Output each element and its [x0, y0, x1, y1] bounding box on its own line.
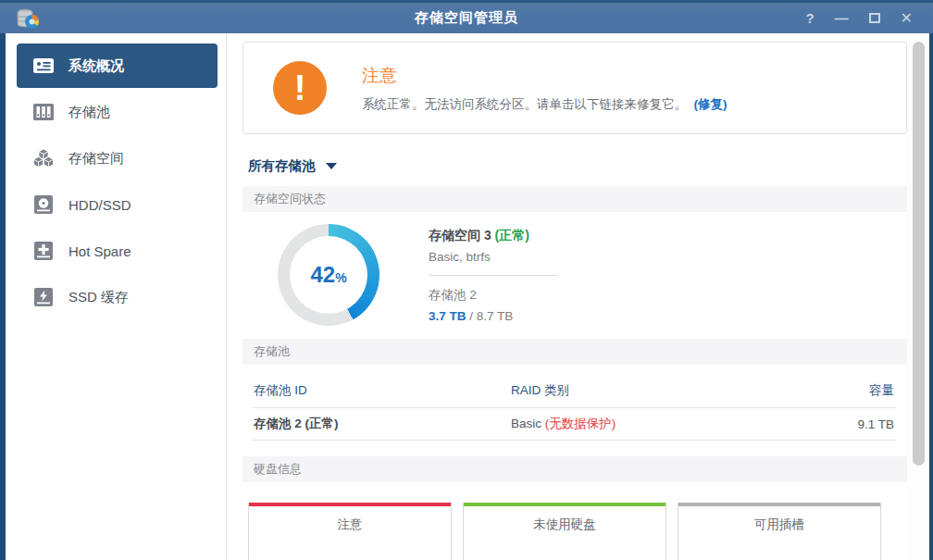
disk-card-label: 注意: [249, 506, 451, 533]
scrollbar-thumb[interactable]: [913, 42, 925, 466]
raid-type-cell: Basic (无数据保护): [511, 416, 776, 432]
donut-center: 42%: [290, 236, 367, 314]
pool-id-text: 存储池 2: [254, 417, 302, 430]
notice-message-text: 系统正常。无法访问系统分区。请单击以下链接来修复它。: [362, 97, 687, 111]
window-body: 系统概况 存储池: [0, 33, 933, 560]
storage-manager-window: 存储空间管理员 ? — ✕ 系统概况: [0, 0, 933, 560]
sidebar-item-label: 存储空间: [68, 150, 124, 168]
sidebar-item-label: 存储池: [68, 104, 110, 121]
volume-name: 存储空间 3 (正常): [429, 228, 558, 244]
repair-link[interactable]: (修复): [694, 97, 728, 111]
window-title: 存储空间管理员: [0, 9, 933, 27]
storage-volume-icon: [31, 146, 56, 170]
volume-used: 3.7 TB: [429, 309, 466, 323]
section-header-disk-info: 硬盘信息: [243, 456, 907, 482]
window-right-border: [929, 33, 933, 560]
percent-sign: %: [335, 270, 346, 285]
sidebar-item-label: 系统概况: [68, 57, 124, 75]
volume-status-badge: (正常): [495, 228, 529, 243]
main-content: ! 注意 系统正常。无法访问系统分区。请单击以下链接来修复它。 (修复) 所有存…: [227, 33, 907, 560]
volume-info-divider: [429, 275, 558, 276]
column-header-pool-id[interactable]: 存储池 ID: [252, 382, 511, 399]
pool-status-badge: (正常): [305, 417, 339, 430]
notice-message: 系统正常。无法访问系统分区。请单击以下链接来修复它。 (修复): [362, 96, 728, 113]
pool-id-cell: 存储池 2 (正常): [252, 416, 511, 432]
section-title: 硬盘信息: [254, 461, 302, 478]
pool-filter-label: 所有存储池: [248, 157, 316, 175]
section-header-storage-pool: 存储池: [243, 339, 907, 365]
maximize-button[interactable]: [869, 13, 880, 23]
help-button[interactable]: ?: [805, 11, 814, 25]
sidebar-item-ssd-cache[interactable]: SSD 缓存: [17, 275, 218, 319]
column-header-raid-type[interactable]: RAID 类别: [511, 382, 776, 399]
storage-pool-icon: [31, 100, 56, 124]
notice-title: 注意: [362, 64, 728, 88]
overview-icon: [31, 54, 56, 78]
sidebar-item-hdd-ssd[interactable]: HDD/SSD: [17, 182, 218, 227]
usage-separator: /: [466, 309, 477, 323]
sidebar-item-storage-volume[interactable]: 存储空间: [17, 136, 218, 180]
sidebar-item-hot-spare[interactable]: Hot Spare: [17, 229, 218, 273]
volume-type: Basic, btrfs: [429, 250, 558, 264]
disk-card-attention[interactable]: 注意: [248, 503, 452, 560]
table-header-row: 存储池 ID RAID 类别 容量: [252, 374, 896, 408]
minimize-button[interactable]: —: [835, 11, 849, 25]
sidebar: 系统概况 存储池: [6, 33, 227, 560]
volume-usage-percent: 42%: [310, 262, 346, 288]
volume-name-text: 存储空间 3: [429, 228, 491, 243]
hdd-ssd-icon: [31, 193, 56, 217]
warning-icon: !: [273, 61, 327, 115]
table-row[interactable]: 存储池 2 (正常) Basic (无数据保护) 9.1 TB: [252, 408, 896, 441]
hot-spare-icon: [31, 239, 56, 263]
capacity-cell: 9.1 TB: [776, 417, 896, 431]
section-title: 存储池: [254, 343, 290, 360]
section-title: 存储空间状态: [254, 191, 326, 207]
sidebar-item-overview[interactable]: 系统概况: [17, 44, 218, 88]
volume-usage-donut: 42%: [278, 224, 379, 326]
notice-card: ! 注意 系统正常。无法访问系统分区。请单击以下链接来修复它。 (修复): [243, 42, 907, 134]
disk-card-available-slots[interactable]: 可用插槽: [678, 503, 881, 560]
volume-total: 8.7 TB: [477, 309, 514, 323]
chevron-down-icon: [326, 163, 337, 169]
storage-pool-table: 存储池 ID RAID 类别 容量 存储池 2 (正常) Basic (无数据保…: [243, 365, 907, 441]
percent-value: 42: [310, 262, 335, 287]
raid-warning-badge: (无数据保护): [545, 417, 616, 430]
sidebar-item-storage-pool[interactable]: 存储池: [17, 90, 218, 134]
volume-usage-text: 3.7 TB / 8.7 TB: [429, 309, 558, 323]
disk-info-cards: 注意 未使用硬盘 可用插槽: [243, 482, 907, 560]
titlebar: 存储空间管理员 ? — ✕: [0, 0, 933, 33]
disk-card-label: 未使用硬盘: [464, 506, 666, 533]
volume-status-block: 42% 存储空间 3 (正常) Basic, btrfs 存储池 2 3.7 T…: [243, 212, 907, 339]
disk-card-unused-disks[interactable]: 未使用硬盘: [463, 503, 666, 560]
ssd-cache-icon: [31, 285, 56, 309]
volume-pool: 存储池 2: [429, 287, 558, 304]
section-header-volume-status: 存储空间状态: [243, 186, 907, 212]
disk-card-label: 可用插槽: [678, 506, 880, 533]
raid-type-text: Basic: [511, 417, 541, 430]
scrollbar-track[interactable]: [907, 33, 929, 560]
close-button[interactable]: ✕: [901, 11, 913, 26]
sidebar-item-label: Hot Spare: [68, 243, 131, 259]
window-controls: ? — ✕: [805, 11, 933, 26]
sidebar-item-label: SSD 缓存: [68, 289, 129, 306]
column-header-capacity[interactable]: 容量: [776, 382, 896, 399]
sidebar-item-label: HDD/SSD: [68, 197, 131, 213]
pool-filter-dropdown[interactable]: 所有存储池: [248, 157, 337, 175]
